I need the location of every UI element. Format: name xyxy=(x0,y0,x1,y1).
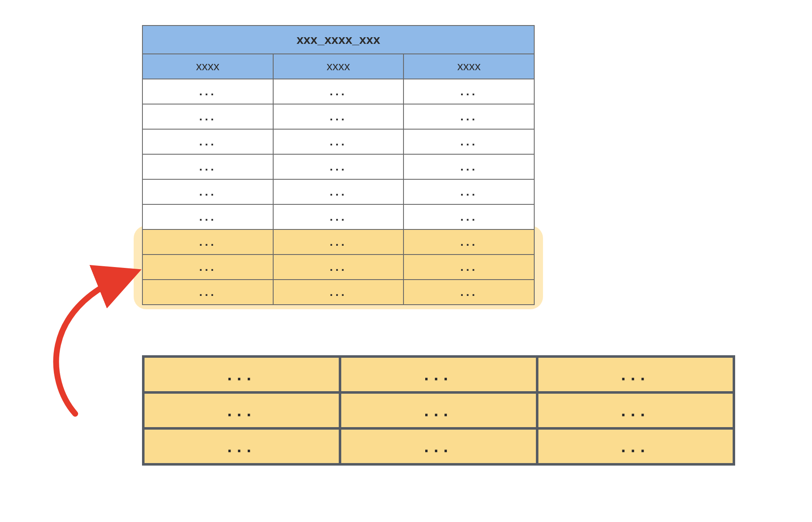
top-table: xxx_xxxx_xxx xxxx xxxx xxxx ... ... ... … xyxy=(142,25,535,305)
table-title-row: xxx_xxxx_xxx xyxy=(142,25,534,54)
grid-cell: ... xyxy=(340,392,537,428)
grid-cell: ... xyxy=(143,428,340,464)
column-header: xxxx xyxy=(403,54,534,79)
grid-row: ... ... ... xyxy=(143,392,734,428)
table-row: ... ... ... xyxy=(142,79,534,104)
table-cell: ... xyxy=(403,255,534,280)
table-cell: ... xyxy=(142,179,273,204)
table-row: ... ... ... xyxy=(142,154,534,179)
diagram-container: xxx_xxxx_xxx xxxx xxxx xxxx ... ... ... … xyxy=(17,17,795,505)
grid-cell: ... xyxy=(340,356,537,392)
grid-cell: ... xyxy=(143,356,340,392)
top-table-wrapper: xxx_xxxx_xxx xxxx xxxx xxxx ... ... ... … xyxy=(142,25,535,305)
table-cell: ... xyxy=(403,280,534,305)
table-cell: ... xyxy=(273,79,404,104)
table-row-highlighted: ... ... ... xyxy=(142,229,534,255)
table-cell: ... xyxy=(142,79,273,104)
grid-row: ... ... ... xyxy=(143,428,734,464)
table-cell: ... xyxy=(403,229,534,255)
table-cell: ... xyxy=(273,104,404,129)
table-row-highlighted: ... ... ... xyxy=(142,255,534,280)
bottom-grid: ... ... ... ... ... ... ... ... ... xyxy=(142,355,735,466)
table-cell: ... xyxy=(273,129,404,154)
table-cell: ... xyxy=(142,280,273,305)
table-row: ... ... ... xyxy=(142,179,534,204)
table-cell: ... xyxy=(403,104,534,129)
table-title: xxx_xxxx_xxx xyxy=(142,25,534,54)
table-cell: ... xyxy=(273,179,404,204)
table-cell: ... xyxy=(142,129,273,154)
table-cell: ... xyxy=(142,255,273,280)
table-cell: ... xyxy=(403,204,534,229)
table-header-row: xxxx xxxx xxxx xyxy=(142,54,534,79)
table-row-highlighted: ... ... ... xyxy=(142,280,534,305)
table-cell: ... xyxy=(273,255,404,280)
grid-cell: ... xyxy=(143,392,340,428)
table-cell: ... xyxy=(403,179,534,204)
grid-cell: ... xyxy=(340,428,537,464)
table-row: ... ... ... xyxy=(142,129,534,154)
bottom-grid-wrapper: ... ... ... ... ... ... ... ... ... xyxy=(142,355,735,466)
table-cell: ... xyxy=(273,204,404,229)
grid-cell: ... xyxy=(537,356,734,392)
table-cell: ... xyxy=(142,104,273,129)
table-cell: ... xyxy=(273,154,404,179)
table-cell: ... xyxy=(403,154,534,179)
grid-row: ... ... ... xyxy=(143,356,734,392)
table-cell: ... xyxy=(273,280,404,305)
table-cell: ... xyxy=(142,229,273,255)
table-row: ... ... ... xyxy=(142,204,534,229)
column-header: xxxx xyxy=(142,54,273,79)
table-cell: ... xyxy=(142,154,273,179)
table-cell: ... xyxy=(403,79,534,104)
table-cell: ... xyxy=(142,204,273,229)
grid-cell: ... xyxy=(537,428,734,464)
table-cell: ... xyxy=(273,229,404,255)
table-row: ... ... ... xyxy=(142,104,534,129)
column-header: xxxx xyxy=(273,54,404,79)
table-cell: ... xyxy=(403,129,534,154)
grid-cell: ... xyxy=(537,392,734,428)
